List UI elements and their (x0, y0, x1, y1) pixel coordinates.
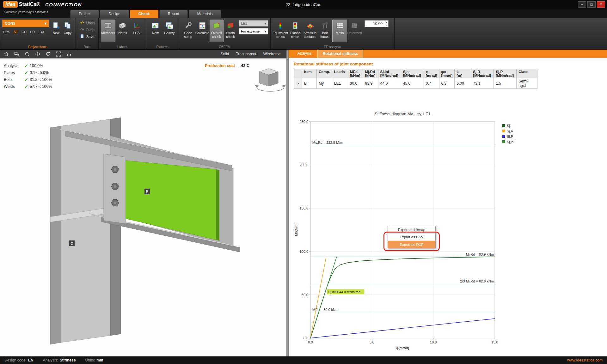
column-header[interactable]: Loads (332, 69, 348, 78)
column-header[interactable]: Class (517, 69, 537, 78)
legend-label: Sj,ini (507, 140, 514, 144)
table-cell: LE1 (332, 78, 348, 89)
tab-rotational-stiffness[interactable]: Rotational stiffness (317, 50, 363, 58)
view-mode-transparent[interactable]: Transparent (236, 52, 256, 56)
close-button[interactable]: × (597, 1, 605, 8)
plates-button[interactable]: Plates (115, 20, 130, 42)
deformation-scale-spinner[interactable]: 10.00 ▴ ▾ (365, 20, 389, 27)
lcs-button[interactable]: LCS (129, 20, 144, 42)
zoom-button[interactable] (24, 51, 30, 57)
lcs-icon (132, 21, 141, 30)
row-expander[interactable]: > (294, 78, 302, 89)
code-setup-button[interactable]: Code setup (181, 20, 195, 42)
spin-up-icon[interactable]: ▴ (384, 21, 388, 24)
plastic-strain-button[interactable]: Plastic strain (288, 20, 303, 42)
chevron-down-icon: ▾ (264, 21, 266, 26)
rotate-button[interactable] (45, 51, 51, 57)
save-button[interactable]: Save (78, 33, 96, 40)
filter-eps[interactable]: EPS (3, 30, 10, 34)
members-icon (104, 21, 113, 30)
new-picture-label: New (152, 31, 159, 35)
equivalent-stress-button[interactable]: Equivalent stress (273, 20, 288, 42)
filter-st[interactable]: ST (14, 30, 18, 34)
calculate-button[interactable]: Calculate (195, 20, 210, 42)
gallery-button[interactable]: Gallery (162, 20, 177, 42)
deformed-button[interactable]: Deformed (347, 20, 362, 42)
column-header[interactable]: L[m] (455, 69, 471, 78)
panel-splitter[interactable] (286, 50, 289, 356)
column-header[interactable]: Sj,P[MNm/rad] (494, 69, 517, 78)
tab-project[interactable]: Project (70, 10, 99, 18)
orientation-cube[interactable] (255, 69, 286, 91)
tab-report[interactable]: Report (159, 10, 188, 18)
steel-joint-model[interactable]: B C (0, 58, 286, 356)
column-header[interactable]: Item (302, 69, 317, 78)
copy-project-item-button[interactable]: Copy (62, 20, 74, 42)
filter-dr[interactable]: DR (30, 30, 35, 34)
clipping-button[interactable] (66, 51, 72, 57)
ribbon-group-pictures: New Gallery Pictures (146, 18, 179, 49)
overall-check-button[interactable]: Overall check (210, 20, 224, 42)
filter-fat[interactable]: FAT (39, 30, 45, 34)
column-header[interactable] (294, 69, 302, 78)
pan-icon (35, 51, 40, 57)
stress-in-contacts-button[interactable]: Stress in contacts (303, 20, 317, 42)
column-header[interactable]: Sj,ini[MNm/rad] (378, 69, 401, 78)
pan-button[interactable] (34, 51, 41, 57)
tab-check[interactable]: Check (130, 10, 158, 18)
production-cost-value: 42 € (241, 64, 248, 68)
maximize-button[interactable]: □ (587, 1, 596, 8)
home-view-button[interactable] (3, 51, 9, 57)
project-item-selector[interactable]: CON3 ▾ (2, 20, 49, 27)
new-picture-button[interactable]: New (148, 20, 162, 42)
column-header[interactable]: φc[mrad] (439, 69, 455, 78)
table-cell: 1.5 (494, 78, 517, 89)
undo-button[interactable]: ↶ Undo (78, 20, 96, 26)
statusbar: Design code:EN Analysis:Stiffness Units:… (0, 356, 607, 364)
tab-analysis[interactable]: Analysis (292, 50, 317, 58)
tab-design[interactable]: Design (100, 10, 129, 18)
column-header[interactable]: MEd[kNm] (348, 69, 363, 78)
check-row-plates: Plates ✓ 0.1 < 5.0% (4, 69, 52, 76)
check-value: 57.7 < 100% (30, 84, 52, 89)
zoom-window-button[interactable] (14, 51, 20, 57)
bolt-forces-button[interactable]: Bolt forces (317, 20, 332, 42)
group-label-pictures: Pictures (146, 45, 179, 49)
column-header[interactable]: Sj,R[MNm/rad] (471, 69, 494, 78)
new-item-icon (52, 21, 60, 30)
view-mode-solid[interactable]: Solid (221, 52, 229, 56)
column-header[interactable]: Sjs[MNm/rad] (401, 69, 424, 78)
ribbon-group-project-items: CON3 ▾ EPS ST CD DR FAT New (0, 18, 76, 49)
copy-label: Copy (64, 31, 71, 35)
context-menu-item[interactable]: Export as CSV (388, 234, 435, 241)
tab-materials[interactable]: Materials (189, 10, 221, 18)
reference-line-label: 2/3 Mj,Rd = 62.6 kNm (460, 279, 494, 283)
website-link[interactable]: www.ideastatica.com (567, 358, 603, 362)
view-mode-wireframe[interactable]: Wireframe (263, 52, 281, 56)
redo-button[interactable]: ↷ Redo (78, 27, 96, 33)
extreme-selector[interactable]: For extreme ▾ (239, 28, 268, 34)
column-header[interactable]: Comp. (317, 69, 332, 78)
spinner-arrows[interactable]: ▴ ▾ (384, 21, 388, 27)
viewport-canvas[interactable]: Analysis ✓ 100.0% Plates ✓ 0.1 < 5.0% Bo… (0, 58, 286, 356)
overall-check-icon (212, 21, 221, 30)
spin-down-icon[interactable]: ▾ (384, 24, 388, 27)
table-row[interactable]: >BMyLE130.093.944.045.00.76.36.0073.11.5… (294, 78, 537, 89)
x-tick-label: 5.0 (370, 340, 374, 344)
member-label-beam[interactable]: B (144, 189, 150, 194)
column-header[interactable]: Mj,Rd[kNm] (363, 69, 378, 78)
members-button[interactable]: Members (101, 20, 115, 42)
table-cell: My (317, 78, 332, 89)
member-label-column[interactable]: C (69, 240, 75, 246)
context-menu-item[interactable]: Export as bitmap (388, 226, 435, 234)
filter-cd[interactable]: CD (21, 30, 27, 34)
minimize-button[interactable]: − (578, 1, 586, 8)
load-case-selector[interactable]: LE1 ▾ (239, 20, 268, 27)
fit-view-button[interactable] (55, 51, 62, 57)
check-passed-icon: ✓ (23, 77, 30, 82)
column-header[interactable]: φ[mrad] (424, 69, 439, 78)
context-menu-item[interactable]: Export as DXF (388, 241, 435, 248)
new-project-item-button[interactable]: New (50, 20, 62, 42)
mesh-button[interactable]: Mesh (332, 20, 347, 42)
strain-check-button[interactable]: Strain check (224, 20, 237, 42)
